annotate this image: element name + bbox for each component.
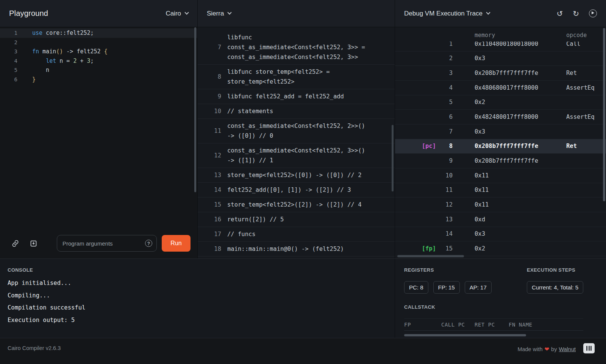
code-editor[interactable]: 1use core::felt252;23fn main() -> felt25…	[0, 27, 197, 84]
code-line[interactable]: 6}	[0, 75, 197, 84]
step-back-button[interactable]: ↺	[556, 10, 563, 17]
line-number: 2	[0, 39, 17, 45]
panel-layout-button[interactable]	[583, 343, 595, 353]
columns-icon	[590, 346, 592, 351]
sierra-row[interactable]: 14felt252_add([0], [1]) -> ([2]) // 3	[198, 183, 395, 198]
console-line: Execution output: 5	[8, 314, 387, 327]
trace-memory-value: 0x208b7fff7fff7ffe	[453, 70, 566, 76]
code-token: core::felt252;	[42, 30, 94, 36]
code-token: }	[32, 76, 36, 83]
code-text: fn main() -> felt252 {	[17, 48, 108, 55]
trace-row[interactable]: 90x208b7fff7fff7ffe	[395, 154, 606, 168]
trace-row[interactable]: 20x3	[395, 51, 606, 66]
sierra-row[interactable]: 16return([2]) // 5	[198, 212, 395, 227]
link-icon	[11, 240, 20, 247]
code-line[interactable]: 5 n	[0, 65, 197, 75]
topbar-sierra-section: Sierra	[198, 0, 395, 27]
code-text: n	[17, 67, 49, 73]
trace-row[interactable]: 50x2	[395, 95, 606, 110]
help-icon[interactable]: ?	[145, 240, 152, 247]
trace-index: 12	[436, 201, 453, 208]
console-label: CONSOLE	[8, 267, 387, 273]
code-token: let	[46, 58, 56, 64]
trace-memory-value: 0x2	[453, 99, 566, 106]
trace-memory-value: 0x482480017fff8000	[453, 114, 566, 120]
code-token: ;	[91, 58, 94, 64]
sierra-row[interactable]: 13store_temp<felt252>([0]) -> ([0]) // 2	[198, 168, 395, 183]
trace-index: 6	[436, 114, 453, 120]
trace-index: 7	[436, 128, 453, 135]
trace-rows: 10x1104800180018000Call20x330x208b7fff7f…	[395, 37, 606, 256]
sierra-row[interactable]: 12const_as_immediate<Const<felt252, 3>>(…	[198, 143, 395, 168]
trace-row[interactable]: [pc]80x208b7fff7fff7ffeRet	[395, 139, 606, 154]
run-button[interactable]: Run	[162, 235, 191, 252]
run-trace-button[interactable]	[589, 9, 597, 17]
app-root: Playground Cairo Sierra Debug VM Executi…	[0, 0, 606, 364]
sierra-scrollbar[interactable]	[392, 125, 394, 191]
sierra-selector[interactable]: Sierra	[207, 10, 231, 17]
walnut-link[interactable]: Walnut	[559, 346, 576, 352]
program-arguments-input[interactable]	[57, 235, 157, 252]
trace-row[interactable]: 110x11	[395, 183, 606, 198]
fp-marker: [fp]	[395, 245, 436, 252]
share-link-button[interactable]	[11, 239, 20, 247]
code-line[interactable]: 3fn main() -> felt252 {	[0, 47, 197, 56]
sierra-row[interactable]: 10// statements	[198, 104, 395, 119]
trace-row[interactable]: 40x480680017fff8000AssertEq	[395, 81, 606, 95]
sierra-panel: 7libfunc const_as_immediate<Const<felt25…	[198, 27, 395, 258]
callstack-label: CALLSTACK	[404, 304, 583, 310]
code-line[interactable]: 1use core::felt252;	[0, 28, 197, 38]
code-token: +	[77, 58, 87, 64]
editor-scrollbar[interactable]	[194, 27, 196, 192]
export-code-button[interactable]	[30, 239, 38, 247]
sierra-row[interactable]: 11const_as_immediate<Const<felt252, 2>>(…	[198, 119, 395, 143]
sierra-statement: felt252_add([0], [1]) -> ([2]) // 3	[227, 185, 369, 195]
trace-vertical-scrollbar[interactable]	[603, 28, 605, 201]
trace-opcode: Ret	[566, 70, 606, 76]
trace-opcode: AssertEq	[566, 84, 606, 91]
trace-row[interactable]: 120x11	[395, 198, 606, 212]
step-forward-button[interactable]: ↻	[573, 10, 579, 17]
register-box: PC: 8	[404, 281, 428, 294]
sierra-line-number: 16	[198, 215, 221, 224]
sierra-line-number: 11	[198, 126, 221, 136]
trace-row[interactable]: [fp]150x2	[395, 241, 606, 256]
sierra-statement: store_temp<felt252>([0]) -> ([0]) // 2	[227, 170, 369, 180]
footer: Cairo Compiler v2.6.3 Made with ❤ by Wal…	[0, 338, 606, 364]
trace-index: 10	[436, 172, 453, 179]
trace-index: 14	[436, 230, 453, 237]
sierra-row[interactable]: 7libfunc const_as_immediate<Const<felt25…	[198, 30, 395, 65]
sierra-row[interactable]: 8libfunc store_temp<felt252> = store_tem…	[198, 65, 395, 89]
trace-col-opcode: opcode	[566, 32, 606, 39]
sierra-line-number: 17	[198, 229, 221, 239]
sierra-line-number: 14	[198, 185, 221, 195]
topbar: Playground Cairo Sierra Debug VM Executi…	[0, 0, 606, 27]
editor-toolbar: ? Run	[0, 235, 197, 252]
sierra-row[interactable]: 17// funcs	[198, 227, 395, 242]
sierra-row[interactable]: 9libfunc felt252_add = felt252_add	[198, 89, 395, 104]
code-token: fn	[32, 48, 39, 55]
language-selector[interactable]: Cairo	[166, 10, 188, 17]
sierra-statement: // funcs	[227, 229, 369, 239]
code-token: use	[32, 30, 42, 36]
trace-row[interactable]: 60x482480017fff8000AssertEq	[395, 110, 606, 124]
callstack-scrollbar[interactable]	[404, 334, 526, 336]
trace-horizontal-scrollbar[interactable]	[397, 255, 464, 257]
trace-selector[interactable]: Debug VM Execution Trace	[404, 10, 490, 17]
chevron-down-icon	[184, 10, 189, 14]
code-line[interactable]: 4 let n = 2 + 3;	[0, 56, 197, 66]
trace-row[interactable]: 140x3	[395, 227, 606, 242]
trace-index: 2	[436, 55, 453, 62]
trace-row[interactable]: 30x208b7fff7fff7ffeRet	[395, 66, 606, 81]
trace-index: 15	[436, 245, 453, 252]
sierra-row[interactable]: 18main::main::main@0() -> (felt252)	[198, 242, 395, 257]
trace-row[interactable]: 100x11	[395, 168, 606, 183]
sierra-row[interactable]: 15store_temp<felt252>([2]) -> ([2]) // 4	[198, 198, 395, 212]
trace-controls: ↺ ↻	[556, 9, 597, 17]
pc-marker: [pc]	[395, 143, 436, 149]
code-editor-panel: 1use core::felt252;23fn main() -> felt25…	[0, 27, 198, 258]
code-line[interactable]: 2	[0, 38, 197, 47]
trace-row[interactable]: 130xd	[395, 212, 606, 227]
sierra-statement: const_as_immediate<Const<felt252, 3>>() …	[227, 146, 369, 165]
trace-row[interactable]: 70x3	[395, 124, 606, 139]
